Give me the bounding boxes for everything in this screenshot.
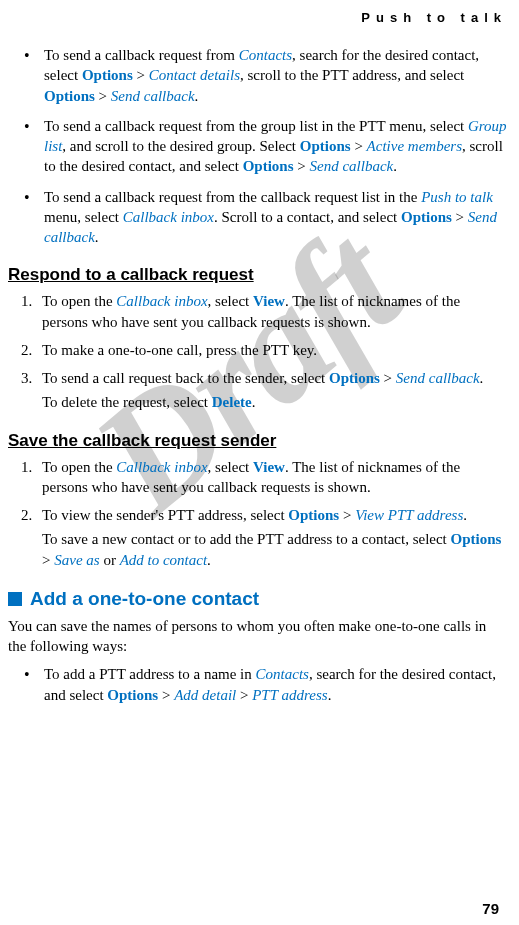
square-icon	[8, 592, 22, 606]
link-contact-details: Contact details	[149, 67, 240, 83]
options-label: Options	[401, 209, 452, 225]
link-callback-inbox: Callback inbox	[123, 209, 214, 225]
options-label: Options	[329, 370, 380, 386]
link-ptt-address: PTT address	[252, 687, 327, 703]
options-label: Options	[451, 531, 502, 547]
link-push-to-talk: Push to talk	[421, 189, 493, 205]
gt: >	[240, 687, 248, 703]
text: .	[328, 687, 332, 703]
text: To save a new contact or to add the PTT …	[42, 531, 451, 547]
text: To open the	[42, 459, 116, 475]
text: To open the	[42, 293, 116, 309]
text: .	[480, 370, 484, 386]
text: To send a callback request from	[44, 47, 239, 63]
link-send-callback: Send callback	[111, 88, 195, 104]
respond-steps: To open the Callback inbox, select View.…	[8, 291, 507, 412]
link-callback-inbox: Callback inbox	[116, 459, 207, 475]
text: To send a callback request from the grou…	[44, 118, 468, 134]
section-title-text: Add a one-to-one contact	[30, 588, 259, 609]
section-intro: You can save the names of persons to who…	[8, 616, 507, 657]
link-add-to-contact: Add to contact	[120, 552, 207, 568]
options-label: Options	[300, 138, 351, 154]
text: , scroll to the PTT address, and select	[240, 67, 464, 83]
bullet-2: To send a callback request from the grou…	[30, 116, 507, 177]
respond-step-3: To send a call request back to the sende…	[36, 368, 507, 413]
running-header: Push to talk	[8, 10, 507, 25]
text: or	[100, 552, 120, 568]
text: .	[393, 158, 397, 174]
page-number: 79	[482, 900, 499, 917]
add-bullet-1: To add a PTT address to a name in Contac…	[30, 664, 507, 705]
link-contacts: Contacts	[256, 666, 309, 682]
view-label: View	[253, 459, 285, 475]
text: . Scroll to a contact, and select	[214, 209, 401, 225]
section-title-add-contact: Add a one-to-one contact	[8, 588, 507, 610]
gt: >	[456, 209, 464, 225]
text: To send a call request back to the sende…	[42, 370, 329, 386]
gt: >	[354, 138, 362, 154]
gt: >	[384, 370, 392, 386]
subheading-respond: Respond to a callback request	[8, 265, 507, 285]
text: To make a one-to-one call, press the PTT…	[42, 342, 317, 358]
view-label: View	[253, 293, 285, 309]
options-label: Options	[288, 507, 339, 523]
text: To view the sender's PTT address, select	[42, 507, 288, 523]
subheading-save-sender: Save the callback request sender	[8, 431, 507, 451]
link-save-as: Save as	[54, 552, 99, 568]
gt: >	[99, 88, 107, 104]
text: To delete the request, select	[42, 394, 212, 410]
text: .	[252, 394, 256, 410]
options-label: Options	[243, 158, 294, 174]
options-label: Options	[82, 67, 133, 83]
options-label: Options	[44, 88, 95, 104]
link-active-members: Active members	[367, 138, 462, 154]
gt: >	[162, 687, 170, 703]
respond-step-2: To make a one-to-one call, press the PTT…	[36, 340, 507, 360]
text: .	[195, 88, 199, 104]
gt: >	[297, 158, 305, 174]
bullet-1: To send a callback request from Contacts…	[30, 45, 507, 106]
text: , and scroll to the desired group. Selec…	[62, 138, 299, 154]
link-view-ptt-address: View PTT address	[355, 507, 463, 523]
gt: >	[343, 507, 351, 523]
text: , select	[208, 293, 253, 309]
gt: >	[42, 552, 50, 568]
delete-label: Delete	[212, 394, 252, 410]
save-steps: To open the Callback inbox, select View.…	[8, 457, 507, 570]
link-send-callback: Send callback	[310, 158, 394, 174]
link-send-callback: Send callback	[396, 370, 480, 386]
text: .	[95, 229, 99, 245]
link-contacts: Contacts	[239, 47, 292, 63]
text: To send a callback request from the call…	[44, 189, 421, 205]
top-bullets: To send a callback request from Contacts…	[8, 45, 507, 247]
save-step-1: To open the Callback inbox, select View.…	[36, 457, 507, 498]
respond-step-1: To open the Callback inbox, select View.…	[36, 291, 507, 332]
link-add-detail: Add detail	[174, 687, 236, 703]
link-callback-inbox: Callback inbox	[116, 293, 207, 309]
text: .	[463, 507, 467, 523]
text: menu, select	[44, 209, 123, 225]
gt: >	[137, 67, 145, 83]
options-label: Options	[107, 687, 158, 703]
save-step-2: To view the sender's PTT address, select…	[36, 505, 507, 570]
add-bullets: To add a PTT address to a name in Contac…	[8, 664, 507, 705]
text: .	[207, 552, 211, 568]
bullet-3: To send a callback request from the call…	[30, 187, 507, 248]
text: , select	[208, 459, 253, 475]
text: To add a PTT address to a name in	[44, 666, 256, 682]
